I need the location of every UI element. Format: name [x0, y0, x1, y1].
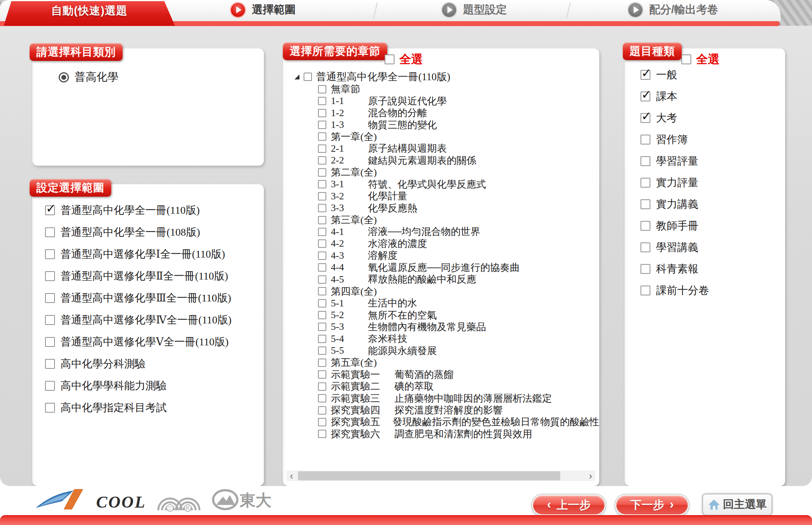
question-type-label[interactable]: 課本 — [656, 89, 677, 104]
checkbox[interactable]: ✓ — [318, 359, 326, 367]
checkbox[interactable]: ✓ — [318, 144, 326, 153]
chapter-title[interactable]: 釋放熱能的酸鹼中和反應 — [368, 273, 476, 286]
checkbox[interactable]: ✓ — [641, 199, 650, 209]
question-type-row[interactable]: ✓ 課本 — [641, 85, 785, 107]
chapter-title[interactable]: 第四章(全) — [331, 285, 377, 298]
checkbox[interactable]: ✓ — [45, 249, 55, 259]
question-type-row[interactable]: ✓ 課前十分卷 — [641, 280, 785, 301]
chapter-title[interactable]: 原子結構與週期表 — [368, 142, 447, 155]
chapter-row[interactable]: ✓ 5-5 能源與永續發展 — [318, 345, 599, 357]
chapter-row[interactable]: ✓ 1-2 混合物的分離 — [318, 107, 599, 119]
tab-auto-quick-select[interactable]: 自動(快速)選題 — [4, 1, 175, 26]
chapter-title[interactable]: 調查肥皂和清潔劑的性質與效用 — [394, 427, 532, 441]
select-all-label[interactable]: 全選 — [696, 51, 720, 67]
checkbox[interactable]: ✓ — [318, 370, 326, 379]
chapter-row[interactable]: ✓ 探究實驗五 發現酸鹼指示劑的變色並檢驗日常物質的酸鹼性 — [318, 416, 599, 428]
next-step-button[interactable]: 下一步 › — [615, 494, 689, 516]
previous-step-button[interactable]: ‹ 上一步 — [532, 494, 606, 516]
checkbox[interactable]: ✓ — [45, 271, 55, 281]
question-type-row[interactable]: ✓ 習作簿 — [641, 129, 785, 150]
chapter-row[interactable]: ✓ 第一章(全) — [318, 131, 599, 143]
back-to-main-menu-button[interactable]: 回主選單 — [702, 494, 772, 516]
checkbox[interactable]: ✓ — [45, 381, 55, 391]
tab-select-range[interactable]: 選擇範圍 — [231, 2, 296, 17]
chapter-title[interactable]: 第一章(全) — [331, 130, 377, 143]
checkbox[interactable]: ✓ — [318, 156, 326, 165]
chapter-row[interactable]: ✓ 示範實驗三 止痛藥物中咖啡因的薄層層析法鑑定 — [318, 392, 599, 404]
chapter-row[interactable]: ✓ 5-3 生物體內有機物及常見藥品 — [318, 321, 599, 333]
textbook-label[interactable]: 普通型高中選修化學Ⅰ全一冊(110版) — [61, 247, 225, 261]
question-type-label[interactable]: 學習講義 — [656, 240, 698, 255]
chapter-row[interactable]: ✓ 探究實驗四 探究溫度對溶解度的影響 — [318, 404, 599, 416]
tab-score-output[interactable]: 配分/輸出考卷 — [628, 2, 718, 17]
checkbox[interactable]: ✓ — [318, 228, 326, 236]
question-type-row[interactable]: ✓ 教師手冊 — [641, 215, 785, 236]
question-type-label[interactable]: 實力講義 — [656, 197, 698, 211]
checkbox[interactable]: ✓ — [318, 180, 326, 188]
tab-question-type-settings[interactable]: 題型設定 — [442, 2, 507, 17]
checkbox[interactable]: ✓ — [318, 418, 326, 426]
checkbox[interactable]: ✓ — [641, 70, 650, 80]
question-type-row[interactable]: ✓ 實力講義 — [641, 193, 785, 215]
checkbox[interactable] — [304, 73, 312, 81]
chapter-row[interactable]: ✓ 3-1 符號、化學式與化學反應式 — [318, 179, 599, 190]
chapter-title[interactable]: 止痛藥物中咖啡因的薄層層析法鑑定 — [394, 392, 552, 405]
chapter-title[interactable]: 生活中的水 — [368, 297, 417, 310]
checkbox[interactable]: ✓ — [641, 221, 650, 231]
chapter-row[interactable]: ✓ 5-2 無所不在的空氣 — [318, 309, 599, 321]
chapter-title[interactable]: 第五章(全) — [331, 356, 377, 369]
textbook-label[interactable]: 高中化學分科測驗 — [61, 357, 145, 371]
checkbox[interactable]: ✓ — [318, 263, 326, 272]
radio-selected-icon[interactable] — [59, 72, 69, 82]
chapter-title[interactable]: 葡萄酒的蒸餾 — [394, 368, 454, 381]
chapter-row[interactable]: ✓ 3-3 化學反應熱 — [318, 202, 599, 214]
checkbox[interactable]: ✓ — [641, 92, 650, 101]
chapter-row[interactable]: ✓ 2-2 鍵結與元素週期表的關係 — [318, 155, 599, 166]
checkbox[interactable]: ✓ — [641, 286, 650, 295]
chapter-row[interactable]: ✓ 5-1 生活中的水 — [318, 297, 599, 309]
textbook-row[interactable]: ✓ 普通型高中化學全一冊(108版) — [45, 221, 264, 243]
checkbox[interactable]: ✓ — [318, 97, 326, 105]
expand-triangle-icon[interactable] — [295, 75, 299, 79]
checkbox[interactable]: ✓ — [318, 168, 326, 177]
textbook-row[interactable]: ✓ 普通型高中選修化學Ⅲ全一冊(110版) — [45, 287, 264, 309]
textbook-row[interactable]: ✓ 普通型高中化學全一冊(110版) — [45, 199, 264, 221]
checkbox[interactable]: ✓ — [45, 293, 55, 303]
textbook-row[interactable]: ✓ 高中化學學科能力測驗 — [45, 375, 264, 397]
chapter-row[interactable]: ✓ 示範實驗二 碘的萃取 — [318, 381, 599, 392]
chapter-title[interactable]: 生物體內有機物及常見藥品 — [368, 320, 486, 334]
textbook-row[interactable]: ✓ 高中化學分科測驗 — [45, 353, 264, 375]
chapter-title[interactable]: 符號、化學式與化學反應式 — [368, 178, 486, 191]
textbook-label[interactable]: 普通型高中選修化學Ⅱ全一冊(110版) — [61, 269, 228, 283]
checkbox[interactable]: ✓ — [45, 315, 55, 325]
checkbox[interactable]: ✓ — [318, 406, 326, 415]
scroll-left-arrow-icon[interactable]: ‹ — [287, 471, 296, 481]
checkbox[interactable]: ✓ — [318, 239, 326, 248]
checkbox[interactable]: ✓ — [318, 85, 326, 93]
chapter-title[interactable]: 氧化還原反應──同步進行的協奏曲 — [368, 261, 520, 274]
checkbox[interactable]: ✓ — [318, 192, 326, 200]
chapter-title[interactable]: 鍵結與元素週期表的關係 — [368, 154, 476, 167]
checkbox[interactable]: ✓ — [641, 135, 650, 144]
chapter-root-label[interactable]: 普通型高中化學全一冊(110版) — [316, 70, 450, 84]
checkbox[interactable]: ✓ — [318, 299, 326, 308]
textbook-label[interactable]: 普通型高中選修化學Ⅲ全一冊(110版) — [61, 291, 231, 305]
checkbox[interactable]: ✓ — [45, 359, 55, 369]
chapter-title[interactable]: 化學計量 — [368, 189, 407, 203]
textbook-label[interactable]: 普通型高中化學全一冊(110版) — [61, 203, 200, 217]
textbook-label[interactable]: 高中化學指定科目考試 — [61, 401, 167, 415]
types-select-all[interactable]: 全選 — [681, 51, 720, 67]
checkbox[interactable]: ✓ — [641, 156, 650, 166]
checkbox[interactable]: ✓ — [318, 382, 326, 391]
checkbox[interactable]: ✓ — [318, 204, 326, 212]
chapter-title[interactable]: 混合物的分離 — [368, 106, 427, 120]
chapter-title[interactable]: 無章節 — [331, 82, 360, 96]
checkbox[interactable]: ✓ — [45, 403, 55, 413]
checkbox[interactable]: ✓ — [318, 394, 326, 402]
chapter-title[interactable]: 溶解度 — [368, 249, 397, 262]
question-type-label[interactable]: 學習評量 — [656, 154, 698, 168]
chapter-row[interactable]: ✓ 4-5 釋放熱能的酸鹼中和反應 — [318, 273, 599, 285]
textbook-label[interactable]: 普通型高中選修化學Ⅳ全一冊(110版) — [61, 313, 232, 327]
checkbox[interactable] — [681, 54, 691, 64]
checkbox[interactable]: ✓ — [641, 178, 650, 188]
